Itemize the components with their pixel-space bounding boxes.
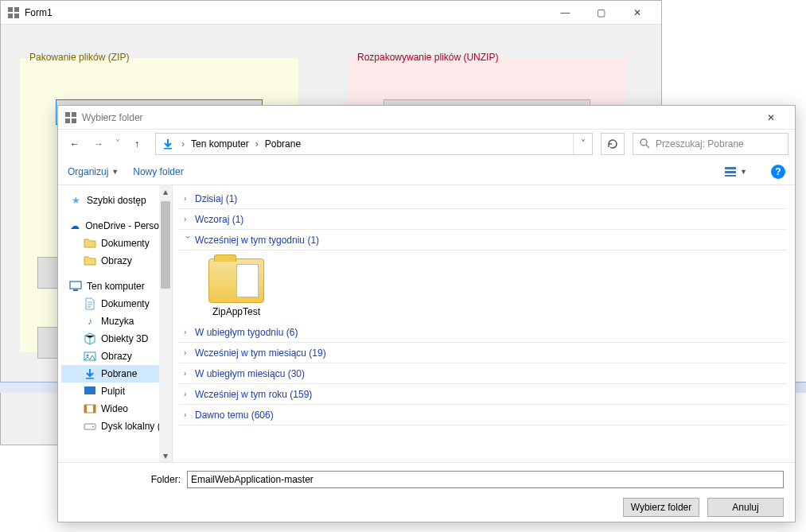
forward-button[interactable]: → [88, 134, 109, 154]
group-last-month[interactable]: ›W ubiegłym miesiącu (30) [179, 363, 787, 384]
svg-rect-2 [8, 14, 13, 18]
svg-rect-19 [84, 386, 95, 394]
svg-point-24 [92, 426, 94, 428]
picker-bottom: Folder: Wybierz folder Anuluj [58, 462, 795, 525]
picker-toolbar: Organizuj▼ Nowy folder ▼ ? [58, 158, 795, 185]
zip-group-label: Pakowanie plików (ZIP) [26, 52, 132, 63]
picker-close-button[interactable]: ✕ [753, 106, 788, 129]
group-last-week[interactable]: ›W ubiegłym tygodniu (6) [179, 322, 787, 343]
svg-rect-3 [14, 14, 19, 18]
sidebar-onedrive[interactable]: ☁OneDrive - Personal [61, 217, 172, 235]
sidebar-scrollbar[interactable]: ▴ ▾ [159, 185, 172, 462]
folder-item[interactable]: ZipAppTest [198, 258, 275, 317]
music-icon: ♪ [84, 315, 96, 328]
sidebar-pc-desk[interactable]: Pulpit [61, 382, 172, 400]
sidebar-od-docs[interactable]: Dokumenty [61, 235, 172, 252]
svg-rect-11 [725, 167, 736, 169]
select-folder-button[interactable]: Wybierz folder [623, 498, 699, 517]
picker-titlebar[interactable]: Wybierz folder ✕ [58, 106, 795, 130]
group-this-week[interactable]: ›Wcześniej w tym tygodniu (1) [179, 230, 787, 250]
picker-title: Wybierz folder [82, 112, 753, 123]
app-icon [7, 6, 20, 19]
recent-dropdown[interactable]: ˅ [112, 134, 123, 154]
desktop-icon [84, 385, 96, 398]
up-button[interactable]: ↑ [127, 134, 147, 154]
sidebar-thispc[interactable]: Ten komputer [61, 278, 172, 295]
video-icon [84, 402, 96, 415]
chevron-right-icon: › [184, 194, 192, 203]
star-icon: ★ [69, 194, 82, 207]
svg-rect-5 [72, 112, 76, 117]
sidebar-pc-imgs[interactable]: Obrazy [61, 348, 172, 365]
nav-row: ← → ˅ ↑ › Ten komputer › Pobrane ˅ Przes… [58, 130, 795, 158]
chevron-right-icon[interactable]: › [254, 138, 260, 150]
svg-rect-1 [14, 7, 19, 12]
svg-rect-12 [725, 171, 736, 173]
chevron-right-icon: › [184, 390, 192, 398]
svg-rect-15 [73, 289, 78, 291]
help-button[interactable]: ? [771, 165, 785, 179]
svg-rect-0 [8, 7, 13, 12]
folder-icon [208, 258, 264, 303]
organize-menu[interactable]: Organizuj▼ [68, 166, 119, 177]
group-older[interactable]: ›Dawno temu (606) [179, 405, 787, 425]
back-button[interactable]: ← [64, 134, 85, 154]
search-placeholder: Przeszukaj: Pobrane [656, 138, 744, 150]
folder-field-label: Folder: [69, 474, 181, 485]
svg-point-17 [87, 355, 89, 357]
search-input[interactable]: Przeszukaj: Pobrane [633, 133, 788, 155]
minimize-button[interactable]: — [547, 1, 583, 24]
address-dropdown[interactable]: ˅ [573, 134, 592, 154]
svg-rect-6 [65, 118, 70, 123]
chevron-right-icon: › [184, 328, 192, 336]
chevron-right-icon: › [184, 410, 192, 419]
form1-titlebar[interactable]: Form1 — ▢ ✕ [1, 1, 661, 25]
sidebar-quick-access[interactable]: ★Szybki dostęp [61, 192, 172, 209]
group-today[interactable]: ›Dzisiaj (1) [179, 188, 787, 209]
scroll-up-icon[interactable]: ▴ [159, 185, 172, 198]
image-icon [84, 350, 96, 363]
scroll-down-icon[interactable]: ▾ [159, 449, 172, 462]
maximize-button[interactable]: ▢ [583, 1, 619, 24]
folder-name-input[interactable] [187, 471, 784, 488]
document-icon [84, 297, 96, 310]
svg-rect-21 [84, 405, 87, 413]
group-yesterday[interactable]: ›Wczoraj (1) [179, 209, 787, 230]
sidebar-pc-downloads[interactable]: Pobrane [61, 365, 172, 382]
svg-rect-8 [164, 148, 172, 150]
search-icon [638, 137, 651, 152]
svg-rect-4 [65, 112, 70, 117]
sidebar-pc-3d[interactable]: Obiekty 3D [61, 330, 172, 348]
svg-line-10 [646, 145, 649, 148]
download-arrow-icon [159, 138, 177, 150]
close-button[interactable]: ✕ [619, 1, 655, 24]
folder-icon [84, 254, 96, 267]
sidebar-pc-docs[interactable]: Dokumenty [61, 295, 172, 313]
file-list[interactable]: ›Dzisiaj (1) ›Wczoraj (1) ›Wcześniej w t… [173, 185, 795, 462]
sidebar-od-imgs[interactable]: Obrazy [61, 252, 172, 270]
cancel-button[interactable]: Anuluj [707, 498, 784, 517]
new-folder-button[interactable]: Nowy folder [133, 166, 183, 177]
nav-sidebar: ★Szybki dostęp ☁OneDrive - Personal Doku… [58, 185, 173, 462]
chevron-down-icon: › [184, 236, 193, 244]
folder-picker-dialog: Wybierz folder ✕ ← → ˅ ↑ › Ten komputer … [57, 105, 796, 522]
breadcrumb-folder[interactable]: Pobrane [260, 134, 306, 154]
refresh-button[interactable] [601, 133, 625, 155]
sidebar-pc-music[interactable]: ♪Muzyka [61, 313, 172, 330]
address-bar[interactable]: › Ten komputer › Pobrane ˅ [155, 133, 593, 155]
group-this-year[interactable]: ›Wcześniej w tym roku (159) [179, 384, 787, 405]
disk-icon [84, 420, 96, 433]
svg-point-9 [641, 139, 647, 146]
monitor-icon [69, 280, 82, 293]
chevron-right-icon[interactable]: › [180, 138, 186, 150]
svg-rect-13 [725, 175, 736, 177]
view-mode-button[interactable]: ▼ [724, 165, 747, 178]
breadcrumb-root[interactable]: Ten komputer [186, 134, 254, 154]
scroll-thumb[interactable] [161, 201, 170, 289]
sidebar-pc-disk[interactable]: Dysk lokalny (C:) [61, 417, 172, 435]
cube-icon [84, 332, 96, 345]
folder-item-label: ZipAppTest [212, 306, 260, 317]
sidebar-pc-video[interactable]: Wideo [61, 400, 172, 417]
group-this-month[interactable]: ›Wcześniej w tym miesiącu (19) [179, 343, 787, 363]
svg-rect-14 [70, 282, 81, 289]
